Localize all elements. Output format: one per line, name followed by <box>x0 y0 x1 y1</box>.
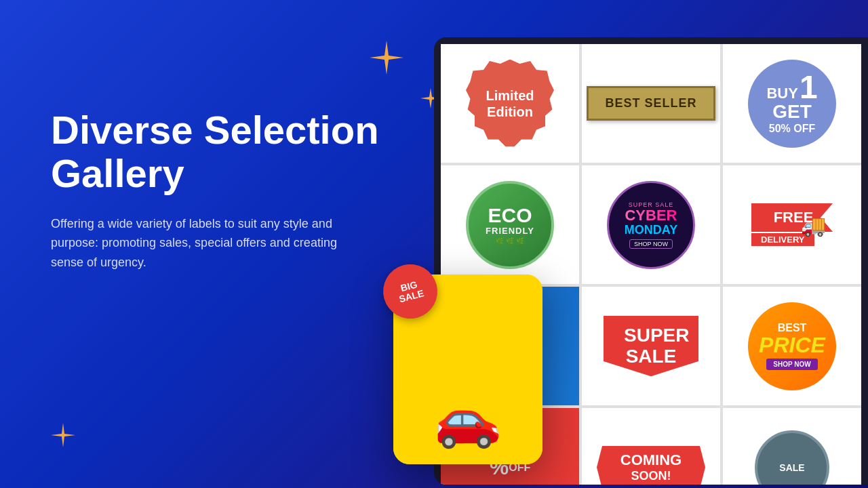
edition-text: Edition <box>487 104 533 120</box>
best-price-price: PRICE <box>759 334 825 356</box>
monday-text: MONDAY <box>625 223 677 237</box>
car-icon: 🚗 <box>434 387 502 451</box>
phone-mockup: BIG SALE 🚗 <box>393 274 542 464</box>
sparkle-top-large <box>370 41 403 75</box>
cyber-text: CYBER <box>625 208 677 223</box>
best-seller-text: BEST SELLER <box>605 96 696 110</box>
sparkle-bottom <box>51 423 75 447</box>
grid-cell-best-seller: BEST SELLER <box>582 44 720 163</box>
left-panel: Diverse Selection Gallery Offering a wid… <box>51 108 417 272</box>
truck-icon: 🚚 <box>801 213 826 237</box>
badge-best-price: BEST PRICE SHOP NOW <box>748 302 836 390</box>
coming-text: COMING <box>617 451 685 469</box>
right-panel: Limited Edition BEST SELLER BUY 1 GET 50… <box>434 37 868 471</box>
buy-text: BUY <box>766 85 797 102</box>
super-sale-ribbon: SUPER SALE <box>604 316 698 377</box>
one-text: 1 <box>800 73 818 102</box>
grid-cell-coming-soon: COMING SOON! <box>582 408 720 485</box>
circle-text: SALE <box>779 462 804 473</box>
leaf-icon: 🌿 🌿 🌿 <box>496 237 524 245</box>
get-text: GET <box>772 102 812 123</box>
shop-now-text: SHOP NOW <box>629 239 673 249</box>
badge-eco: ECO FRIENDLY 🌿 🌿 🌿 <box>466 181 554 269</box>
grid-cell-free-delivery: FREE DELIVERY 🚚 <box>723 165 861 284</box>
page-subtitle: Offering a wide variety of labels to sui… <box>51 214 363 272</box>
grid-cell-cyber: SUPER SALE CYBER MONDAY SHOP NOW <box>582 165 720 284</box>
badge-cyber: SUPER SALE CYBER MONDAY SHOP NOW <box>607 181 695 269</box>
grid-cell-circle-teal: SALE <box>723 408 861 485</box>
grid-cell-super-sale: SUPER SALE <box>582 287 720 405</box>
off-text: 50% OFF <box>769 123 815 135</box>
soon-text: SOON! <box>617 469 685 483</box>
grid-cell-limited-edition: Limited Edition <box>441 44 579 163</box>
shop-now-btn[interactable]: SHOP NOW <box>766 359 817 370</box>
badge-super-sale: SUPER SALE <box>604 316 698 377</box>
super-text: SUPER <box>624 325 678 346</box>
eco-text: ECO <box>488 205 532 226</box>
grid-cell-best-price: BEST PRICE SHOP NOW <box>723 287 861 405</box>
grid-cell-eco: ECO FRIENDLY 🌿 🌿 🌿 <box>441 165 579 284</box>
friendly-text: FRIENDLY <box>486 226 534 236</box>
limited-text: Limited <box>486 87 534 104</box>
badge-best-seller: BEST SELLER <box>587 86 715 121</box>
badge-circle-teal: SALE <box>755 430 829 485</box>
badge-coming-soon: COMING SOON! <box>582 408 720 485</box>
badge-limited-edition: Limited Edition <box>466 60 554 148</box>
grid-cell-buy-get: BUY 1 GET 50% OFF <box>723 44 861 163</box>
coming-ribbon: COMING SOON! <box>597 446 705 485</box>
sale-text: SALE <box>624 346 678 367</box>
badge-free-delivery: FREE DELIVERY 🚚 <box>751 203 833 246</box>
page-title: Diverse Selection Gallery <box>51 108 417 195</box>
badge-buy-get: BUY 1 GET 50% OFF <box>748 60 836 148</box>
